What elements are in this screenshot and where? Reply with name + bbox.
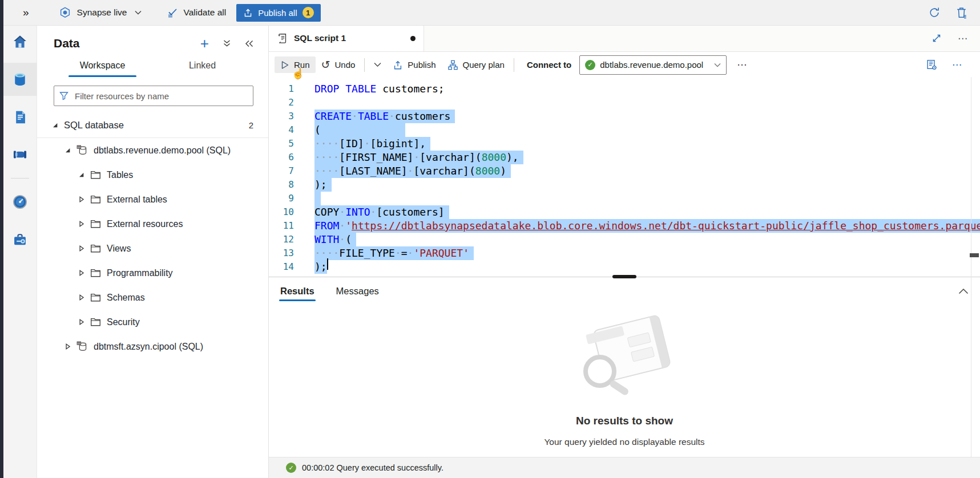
code-line-text[interactable]: ····[LAST_NAME]·[varchar](8000) <box>314 164 511 178</box>
nav-integrate[interactable] <box>3 138 37 171</box>
empty-results-state: No results to show Your query yielded no… <box>269 305 980 457</box>
refresh-icon[interactable] <box>928 6 941 19</box>
code-line-3[interactable]: 3CREATE·TABLE·customers <box>269 110 980 123</box>
tab-messages[interactable]: Messages <box>336 277 379 305</box>
collapse-panel-icon[interactable] <box>245 40 253 47</box>
line-number: 6 <box>269 151 294 164</box>
splitter-handle[interactable] <box>612 275 636 278</box>
home-icon <box>12 34 28 50</box>
undo-button[interactable]: ↺ Undo <box>316 56 361 73</box>
twisty-collapsed-icon[interactable] <box>78 294 84 301</box>
code-line-7[interactable]: 7····[LAST_NAME]·[varchar](8000) <box>269 164 980 178</box>
tree-item-security[interactable]: Security <box>37 310 268 334</box>
code-line-text[interactable]: ); <box>314 178 332 192</box>
code-line-1[interactable]: 1DROP TABLE customers; <box>269 82 980 96</box>
undo-dropdown-chevron[interactable] <box>368 59 387 71</box>
code-line-5[interactable]: 5····[ID]·[bigint], <box>269 137 980 151</box>
discard-trash-icon[interactable] <box>955 6 967 19</box>
code-line-text[interactable]: WITH·( <box>314 233 356 246</box>
code-line-2[interactable]: 2 <box>269 96 980 110</box>
code-line-text[interactable]: ····[FIRST_NAME]·[varchar](8000), <box>314 151 523 164</box>
folder-icon <box>90 317 101 327</box>
code-line-10[interactable]: 10COPY·INTO·[customers] <box>269 205 980 219</box>
twisty-collapsed-icon[interactable] <box>78 196 84 202</box>
nav-develop[interactable] <box>3 100 37 133</box>
code-line-text[interactable]: DROP TABLE customers; <box>314 82 445 96</box>
twisty-collapsed-icon[interactable] <box>64 343 71 350</box>
code-line-9[interactable]: 9 <box>269 192 980 205</box>
tree-item-sql-database[interactable]: SQL database2 <box>37 113 268 138</box>
add-resource-icon[interactable]: + <box>200 38 209 49</box>
tree-item-label: External resources <box>107 219 183 229</box>
editor-scrollbar-gutter <box>971 77 971 457</box>
nav-manage[interactable] <box>3 223 37 256</box>
tree-item-programmability[interactable]: Programmability <box>37 261 268 285</box>
hub-rail <box>3 25 37 478</box>
code-line-4[interactable]: 4( <box>269 123 980 137</box>
tab-sql-script-1[interactable]: SQL script 1 <box>269 25 424 51</box>
mode-selector[interactable]: Synapse live <box>59 6 142 19</box>
tree-item-views[interactable]: Views <box>37 236 268 261</box>
twisty-collapsed-icon[interactable] <box>78 221 84 227</box>
code-line-text[interactable]: CREATE·TABLE·customers <box>314 110 455 123</box>
twisty-collapsed-icon[interactable] <box>78 270 84 276</box>
double-chevron-down-icon[interactable] <box>223 39 231 47</box>
expand-editor-icon[interactable] <box>931 33 942 43</box>
code-line-text[interactable]: FROM·'https://dbtlabsynapsedatalake.blob… <box>314 219 980 233</box>
code-line-text[interactable] <box>314 192 321 205</box>
editor-more-icon[interactable]: ⋯ <box>952 59 963 71</box>
nav-data[interactable] <box>3 63 37 96</box>
code-line-11[interactable]: 11FROM·'https://dbtlabsynapsedatalake.bl… <box>269 219 980 233</box>
toolbar-more-icon[interactable]: ⋯ <box>737 59 748 71</box>
nav-monitor[interactable] <box>3 185 37 218</box>
unsaved-dot-icon <box>410 36 416 41</box>
properties-icon[interactable] <box>926 59 937 71</box>
tree-item-tables[interactable]: Tables <box>37 163 268 187</box>
tree-item-dbtmsft-azsyn-cipool-sql-[interactable]: dbtmsft.azsyn.cipool (SQL) <box>37 334 268 359</box>
tree-item-external-tables[interactable]: External tables <box>37 187 268 212</box>
sql-code-editor[interactable]: 1DROP TABLE customers;23CREATE·TABLE·cus… <box>269 78 980 277</box>
code-line-12[interactable]: 12WITH·( <box>269 233 980 246</box>
code-line-13[interactable]: 13····FILE_TYPE·=·'PARQUET' <box>269 246 980 260</box>
nav-home[interactable] <box>3 25 37 58</box>
tree-item-label: dbtmsft.azsyn.cipool (SQL) <box>94 342 203 352</box>
code-line-6[interactable]: 6····[FIRST_NAME]·[varchar](8000), <box>269 151 980 164</box>
twisty-expanded-icon[interactable] <box>51 122 58 128</box>
tree-item-label: SQL database <box>64 120 124 131</box>
expand-panel-icon[interactable]: » <box>23 6 29 19</box>
code-line-text[interactable]: ); <box>314 260 327 274</box>
code-line-text[interactable]: ····[ID]·[bigint], <box>314 137 430 151</box>
tab-results[interactable]: Results <box>280 277 314 305</box>
editor-scrollbar-thumb[interactable] <box>970 253 979 257</box>
twisty-expanded-icon[interactable] <box>64 147 71 153</box>
code-line-text[interactable]: ····FILE_TYPE·=·'PARQUET' <box>314 246 474 260</box>
tab-workspace[interactable]: Workspace <box>53 60 152 77</box>
tree-item-external-resources[interactable]: External resources <box>37 212 268 236</box>
tab-linked[interactable]: Linked <box>152 60 252 77</box>
publish-all-button[interactable]: Publish all 1 <box>236 4 320 22</box>
success-check-icon: ✓ <box>286 463 296 473</box>
tree-item-schemas[interactable]: Schemas <box>37 285 268 310</box>
tab-more-actions-icon[interactable]: ⋯ <box>958 33 969 44</box>
develop-icon <box>13 110 28 125</box>
line-number: 8 <box>269 178 294 192</box>
twisty-collapsed-icon[interactable] <box>78 319 84 325</box>
publish-button[interactable]: Publish <box>387 56 441 74</box>
query-plan-button[interactable]: Query plan <box>442 56 510 74</box>
tree-item-dbtlabs-revenue-demo-pool-sql-[interactable]: dbtlabs.revenue.demo.pool (SQL) <box>37 138 268 163</box>
twisty-expanded-icon[interactable] <box>78 172 84 178</box>
results-tabs: Results Messages <box>269 277 980 305</box>
code-line-14[interactable]: 14); <box>269 260 980 274</box>
twisty-collapsed-icon[interactable] <box>78 245 84 252</box>
code-line-text[interactable]: COPY·INTO·[customers] <box>314 205 449 219</box>
validate-all-button[interactable]: Validate all <box>167 7 226 18</box>
filter-input[interactable] <box>74 91 248 102</box>
collapse-results-icon[interactable] <box>958 288 969 294</box>
connect-to-dropdown[interactable]: ✓ dbtlabs.revenue.demo.pool <box>579 55 727 75</box>
code-line-text[interactable]: ( <box>314 123 405 137</box>
data-icon <box>12 71 28 87</box>
line-number: 7 <box>269 164 294 178</box>
code-line-8[interactable]: 8); <box>269 178 980 192</box>
text-cursor <box>327 258 328 270</box>
manage-icon <box>12 232 28 248</box>
